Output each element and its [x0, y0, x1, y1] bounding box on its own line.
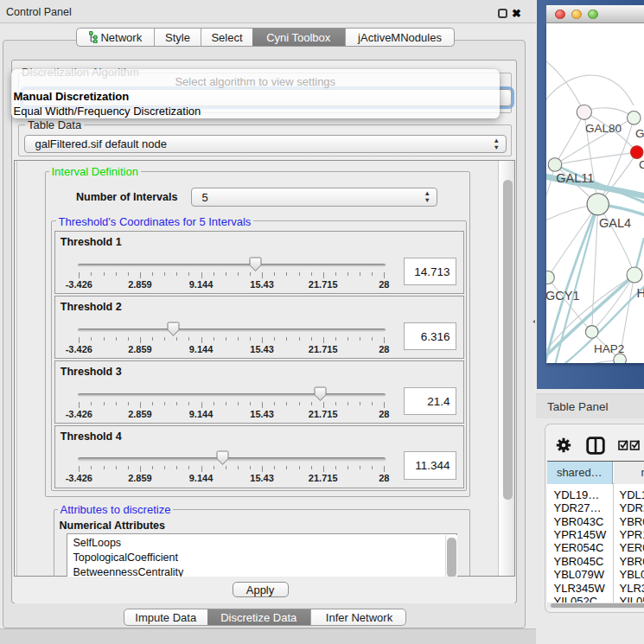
svg-text:GA: GA — [635, 127, 644, 140]
svg-text:GAL4: GAL4 — [599, 216, 631, 230]
svg-text:HI: HI — [636, 286, 644, 300]
svg-text:GCY1: GCY1 — [546, 289, 580, 303]
svg-text:GAL80: GAL80 — [585, 122, 622, 135]
svg-text:HAP2: HAP2 — [594, 342, 624, 355]
svg-text:C: C — [639, 158, 644, 171]
svg-text:GAL11: GAL11 — [556, 171, 594, 185]
